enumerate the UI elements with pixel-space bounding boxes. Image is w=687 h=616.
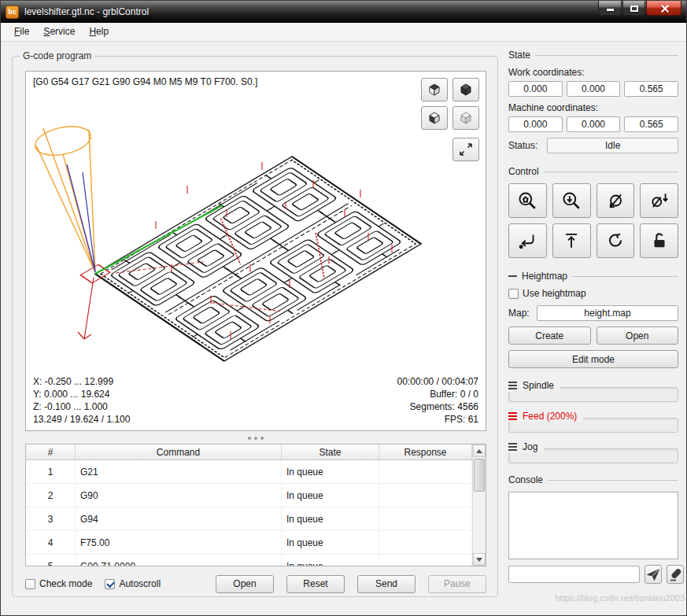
check-mode-checkbox[interactable]: Check mode — [25, 578, 92, 589]
scrollbar-thumb[interactable] — [474, 459, 485, 492]
runtime-stats: 00:00:00 / 00:04:07 Buffer: 0 / 0 Segmen… — [397, 375, 478, 426]
console-send-button[interactable] — [645, 565, 662, 584]
state-section-title: State — [508, 50, 678, 61]
minimize-button[interactable] — [598, 1, 622, 16]
header-state[interactable]: State — [282, 444, 379, 459]
zero-xy-button[interactable] — [597, 183, 635, 218]
cell-response — [379, 460, 472, 483]
view-top-button[interactable] — [421, 78, 448, 101]
status-label: Status: — [508, 140, 537, 151]
cell-response — [379, 555, 472, 566]
heightmap-create-button[interactable]: Create — [508, 326, 591, 345]
feed-label: Feed (200%) — [523, 411, 577, 422]
status-row: Status: Idle — [508, 138, 678, 153]
restore-origin-button[interactable] — [508, 223, 547, 258]
work-y-value: 0.000 — [567, 81, 621, 97]
cell-state: In queue — [282, 555, 379, 566]
cell-command: G21 — [76, 460, 282, 483]
view-left-button[interactable] — [452, 106, 479, 130]
console-input-row — [508, 565, 678, 584]
cell-number: 4 — [26, 531, 76, 554]
table-row[interactable]: 4 F75.00 In queue — [26, 531, 486, 555]
unlock-button[interactable] — [640, 223, 678, 258]
jog-label: Jog — [523, 441, 537, 452]
app-icon: bc — [6, 6, 19, 19]
header-number[interactable]: # — [26, 444, 76, 459]
map-row: Map: height.map — [508, 305, 678, 321]
checkbox-icon — [25, 579, 35, 589]
machine-y-value: 0.000 — [567, 116, 621, 132]
scroll-up-button[interactable] — [473, 444, 486, 457]
jog-header[interactable]: Jog — [508, 441, 544, 453]
menu-file[interactable]: File — [7, 23, 36, 41]
hamburger-icon — [508, 412, 517, 414]
spindle-header[interactable]: Spindle — [508, 379, 560, 392]
arrow-down-icon — [476, 558, 482, 562]
restore-origin-icon — [517, 231, 537, 251]
cell-command: G90 — [76, 484, 282, 507]
titlebar[interactable]: bc levelshifter.gtl.nc - grblControl — [1, 1, 686, 23]
autoscroll-checkbox[interactable]: Autoscroll — [105, 578, 161, 589]
table-row[interactable]: 3 G94 In queue — [26, 507, 486, 531]
collapse-icon — [508, 275, 517, 277]
open-file-button[interactable]: Open — [216, 575, 274, 593]
home-button[interactable] — [508, 183, 547, 218]
pause-button[interactable]: Pause — [428, 575, 486, 593]
close-button[interactable] — [646, 1, 681, 16]
console-title-label: Console — [508, 474, 548, 485]
checkbox-checked-icon — [105, 579, 115, 589]
console-input[interactable] — [508, 566, 640, 583]
header-response[interactable]: Response — [379, 444, 472, 459]
heightmap-buttons: Create Open — [508, 326, 678, 345]
table-row[interactable]: 1 G21 In queue — [26, 460, 486, 484]
heightmap-section-title[interactable]: Heightmap — [508, 271, 678, 282]
cell-state: In queue — [282, 507, 379, 530]
home-search-icon — [517, 190, 537, 211]
reset-grbl-button[interactable] — [597, 223, 635, 258]
cell-state: In queue — [282, 460, 379, 483]
divider-line — [548, 480, 678, 481]
safe-position-icon — [561, 231, 582, 251]
gcode-program-group: G-code program [G0 G54 G17 G21 G90 G94 M… — [12, 56, 498, 597]
zero-z-button[interactable] — [640, 183, 678, 218]
state-title-label: State — [508, 50, 535, 61]
feed-panel: Feed (200%) — [508, 410, 678, 436]
send-button[interactable]: Send — [357, 575, 416, 593]
fit-view-button[interactable] — [452, 138, 479, 161]
paper-plane-icon — [645, 566, 661, 582]
console-output[interactable] — [508, 492, 678, 559]
edit-mode-button[interactable]: Edit mode — [508, 350, 678, 368]
gcode-header-text: [G0 G54 G17 G21 G90 G94 M0 M5 M9 T0 F700… — [33, 76, 257, 87]
group-title: G-code program — [20, 50, 94, 61]
scroll-down-button[interactable] — [473, 553, 486, 566]
machine-z-value: 0.565 — [624, 116, 678, 132]
window-title: levelshifter.gtl.nc - grblControl — [24, 6, 149, 17]
reset-button[interactable]: Reset — [286, 575, 345, 593]
machine-coordinates-row: 0.000 0.000 0.565 — [508, 116, 678, 132]
work-coordinates-row: 0.000 0.000 0.565 — [508, 81, 678, 97]
maximize-button[interactable] — [622, 1, 645, 16]
console-clear-button[interactable] — [667, 565, 684, 584]
view-front-button[interactable] — [421, 106, 448, 130]
table-row[interactable]: 5 G00 Z1.0000 In queue — [26, 555, 486, 566]
menu-help[interactable]: Help — [82, 23, 116, 41]
safe-position-button[interactable] — [552, 223, 591, 258]
use-heightmap-label: Use heightmap — [523, 288, 586, 299]
command-table: # Command State Response 1 G21 In queue … — [25, 444, 486, 566]
splitter-handle[interactable] — [25, 434, 486, 441]
cell-state: In queue — [282, 484, 379, 507]
header-command[interactable]: Command — [76, 444, 282, 459]
map-file-field[interactable]: height.map — [537, 305, 678, 321]
divider-line — [544, 172, 678, 172]
status-value: Idle — [547, 138, 678, 153]
z-probe-button[interactable] — [552, 183, 591, 218]
table-row[interactable]: 2 G90 In queue — [26, 484, 486, 507]
use-heightmap-checkbox[interactable]: Use heightmap — [508, 288, 678, 299]
feed-header[interactable]: Feed (200%) — [508, 410, 583, 422]
view-isometric-button[interactable] — [452, 78, 479, 101]
toolpath-visualizer[interactable]: [G0 G54 G17 G21 G90 G94 M0 M5 M9 T0 F700… — [25, 71, 486, 431]
table-scrollbar[interactable] — [472, 444, 486, 566]
cell-response — [379, 507, 472, 530]
heightmap-open-button[interactable]: Open — [597, 326, 679, 345]
menu-service[interactable]: Service — [36, 23, 82, 41]
